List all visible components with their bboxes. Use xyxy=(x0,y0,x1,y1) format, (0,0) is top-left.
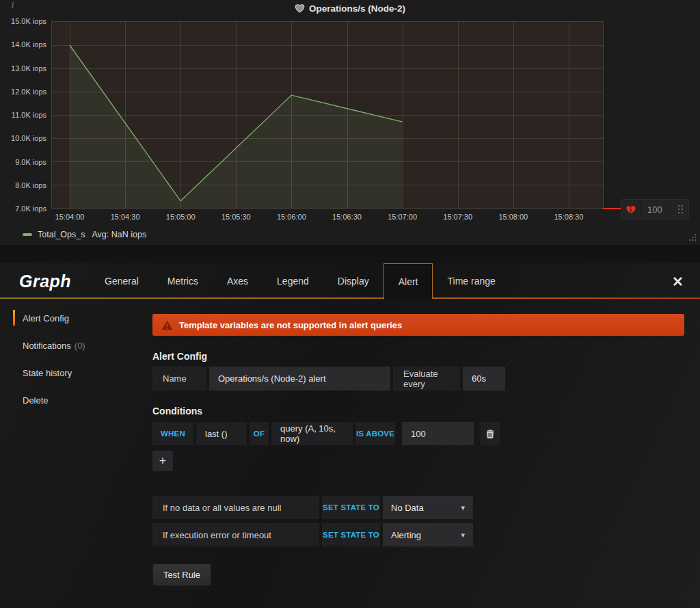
alert-main: Template variables are not supported in … xyxy=(139,299,700,608)
chart-legend: Total_Ops_s Avg: NaN iops xyxy=(23,230,146,239)
alert-heart-icon xyxy=(295,3,305,13)
y-tick-label: 15.0K iops xyxy=(11,17,46,25)
sidebar-item-alert-config[interactable]: Alert Config xyxy=(23,304,139,332)
condition-operator-dropdown[interactable]: IS ABOVE xyxy=(355,422,395,445)
editor-close-button[interactable] xyxy=(673,277,682,286)
x-tick-label: 15:05:30 xyxy=(221,213,251,221)
condition-query-dropdown[interactable]: query (A, 10s, now) xyxy=(271,422,353,445)
no-data-state-row: If no data or all values are null SET ST… xyxy=(152,496,684,519)
exec-error-state-row: If execution error or timeout SET STATE … xyxy=(152,523,684,546)
y-tick-label: 10.0K iops xyxy=(11,134,46,142)
y-tick-label: 11.0K iops xyxy=(12,111,46,119)
tab-alert[interactable]: Alert xyxy=(383,263,433,299)
alert-config-row: Name Operations/s (Node-2) alert Evaluat… xyxy=(152,367,684,391)
alert-sidebar: Alert ConfigNotifications(0)State histor… xyxy=(0,299,139,608)
y-tick-label: 12.0K iops xyxy=(11,88,46,96)
x-tick-label: 15:04:00 xyxy=(55,213,85,221)
condition-delete-button[interactable] xyxy=(481,422,500,445)
threshold-heart-icon xyxy=(621,200,641,219)
state-handlers: If no data or all values are null SET ST… xyxy=(152,496,684,546)
y-tick-label: 7.0K iops xyxy=(15,204,46,213)
x-tick-label: 15:06:00 xyxy=(277,213,306,221)
add-condition-button[interactable]: + xyxy=(152,451,173,471)
test-rule-button[interactable]: Test Rule xyxy=(152,564,211,586)
x-tick-label: 15:06:30 xyxy=(332,213,362,221)
plot-area[interactable] xyxy=(51,21,604,209)
panel-title-text: Operations/s (Node-2) xyxy=(309,3,405,14)
x-tick-label: 15:08:30 xyxy=(554,213,583,221)
x-tick-label: 15:07:30 xyxy=(443,213,472,221)
editor-body: Alert ConfigNotifications(0)State histor… xyxy=(0,299,700,608)
y-axis: 15.0K iops14.0K iops13.0K iops12.0K iops… xyxy=(0,21,46,209)
evaluate-every-input[interactable]: 60s xyxy=(463,367,505,391)
legend-swatch xyxy=(23,233,32,236)
tab-general[interactable]: General xyxy=(90,263,153,299)
x-tick-label: 15:08:00 xyxy=(498,213,528,221)
y-tick-label: 9.0K iops xyxy=(15,158,46,166)
tab-axes[interactable]: Axes xyxy=(213,263,262,299)
warning-icon xyxy=(161,320,173,330)
warning-text: Template variables are not supported in … xyxy=(179,320,402,330)
threshold-drag-handle-icon[interactable] xyxy=(678,205,683,213)
no-data-state-dropdown[interactable]: No Data ▾ xyxy=(383,496,473,519)
condition-when-keyword[interactable]: WHEN xyxy=(152,422,193,445)
sidebar-item-notifications[interactable]: Notifications(0) xyxy=(23,332,139,359)
alert-config-heading: Alert Config xyxy=(152,351,684,362)
sidebar-item-delete[interactable]: Delete xyxy=(23,386,139,414)
tab-time-range[interactable]: Time range xyxy=(433,263,509,299)
evaluate-every-label: Evaluate every xyxy=(393,367,460,391)
exec-error-label: If execution error or timeout xyxy=(152,523,319,546)
no-data-state-value: No Data xyxy=(391,503,424,513)
editor-tabs: GeneralMetricsAxesLegendDisplayAlertTime… xyxy=(90,263,510,299)
exec-error-set-state-keyword: SET STATE TO xyxy=(322,523,380,546)
sidebar-item-count: (0) xyxy=(75,341,85,351)
close-icon xyxy=(673,277,682,286)
sidebar-item-label: Notifications xyxy=(23,341,71,351)
threshold-value: 100 xyxy=(641,204,678,215)
sidebar-item-label: Alert Config xyxy=(23,313,69,323)
plus-icon: + xyxy=(159,454,167,468)
panel-editor: Graph GeneralMetricsAxesLegendDisplayAle… xyxy=(0,263,700,608)
chevron-down-icon: ▾ xyxy=(461,503,465,512)
tab-metrics[interactable]: Metrics xyxy=(153,263,213,299)
y-tick-label: 13.0K iops xyxy=(11,64,46,72)
x-axis: 15:04:0015:04:3015:05:0015:05:3015:06:00… xyxy=(51,213,604,224)
no-data-label: If no data or all values are null xyxy=(152,496,319,519)
x-tick-label: 15:07:00 xyxy=(388,213,417,221)
sidebar-item-label: Delete xyxy=(23,395,49,406)
graph-panel: i Operations/s (Node-2) 15.0K iops14.0K … xyxy=(0,0,700,245)
editor-panel-type: Graph xyxy=(19,272,90,291)
name-label: Name xyxy=(152,367,206,391)
panel-resize-handle-icon[interactable] xyxy=(695,239,696,241)
panel-title[interactable]: Operations/s (Node-2) xyxy=(0,0,700,16)
tab-legend[interactable]: Legend xyxy=(262,263,323,299)
threshold-line xyxy=(603,208,621,209)
alert-name-input[interactable]: Operations/s (Node-2) alert xyxy=(209,367,390,391)
chevron-down-icon: ▾ xyxy=(461,531,465,540)
no-data-set-state-keyword: SET STATE TO xyxy=(322,496,380,519)
condition-row: WHEN last () OF query (A, 10s, now) IS A… xyxy=(152,422,684,445)
tab-underline xyxy=(0,298,700,299)
exec-error-state-dropdown[interactable]: Alerting ▾ xyxy=(383,523,473,546)
sidebar-item-state-history[interactable]: State history xyxy=(23,359,139,386)
y-tick-label: 14.0K iops xyxy=(11,40,46,49)
condition-of-keyword[interactable]: OF xyxy=(250,422,269,445)
warning-banner: Template variables are not supported in … xyxy=(152,314,684,336)
tab-display[interactable]: Display xyxy=(323,263,383,299)
editor-header: Graph GeneralMetricsAxesLegendDisplayAle… xyxy=(0,263,700,299)
x-tick-label: 15:05:00 xyxy=(166,213,196,221)
sidebar-item-label: State history xyxy=(23,368,72,378)
legend-series-avg: Avg: NaN iops xyxy=(92,230,146,239)
exec-error-state-value: Alerting xyxy=(391,530,421,540)
x-tick-label: 15:04:30 xyxy=(111,213,140,221)
conditions-heading: Conditions xyxy=(152,406,684,417)
condition-threshold-input[interactable]: 100 xyxy=(402,422,474,445)
y-tick-label: 8.0K iops xyxy=(15,181,46,189)
condition-reducer-dropdown[interactable]: last () xyxy=(196,422,247,445)
threshold-handle[interactable]: 100 xyxy=(621,199,689,220)
legend-series-name[interactable]: Total_Ops_s xyxy=(38,230,85,239)
trash-icon xyxy=(486,429,494,438)
series-line xyxy=(52,22,603,208)
